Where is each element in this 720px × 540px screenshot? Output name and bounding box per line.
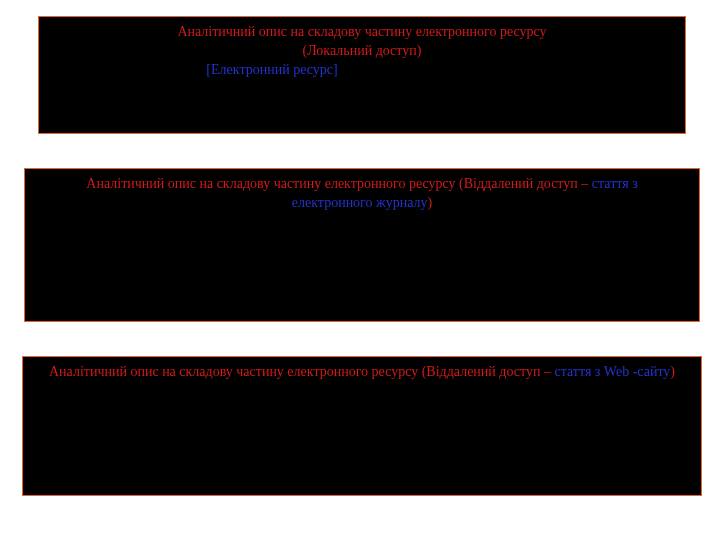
title-text-blue: стаття з Web -сайту	[554, 364, 670, 379]
title-text-red-suffix: )	[428, 195, 433, 210]
card-local-access: Аналітичний опис на складову частину еле…	[38, 16, 686, 134]
card-remote-journal: Аналітичний опис на складову частину еле…	[24, 168, 700, 322]
title-text-red-suffix: )	[670, 364, 675, 379]
title-text-blue: [Електронний ресурс]	[206, 62, 337, 77]
title-text-red: Аналітичний опис на складову частину еле…	[177, 24, 546, 58]
card-remote-journal-title: Аналітичний опис на складову частину еле…	[35, 175, 689, 213]
card-remote-website: Аналітичний опис на складову частину еле…	[22, 356, 702, 496]
card-remote-website-title: Аналітичний опис на складову частину еле…	[33, 363, 691, 382]
title-text-red: Аналітичний опис на складову частину еле…	[49, 364, 554, 379]
slide: Аналітичний опис на складову частину еле…	[0, 0, 720, 540]
card-local-access-title: Аналітичний опис на складову частину еле…	[49, 23, 675, 80]
title-text-red: Аналітичний опис на складову частину еле…	[86, 176, 591, 191]
